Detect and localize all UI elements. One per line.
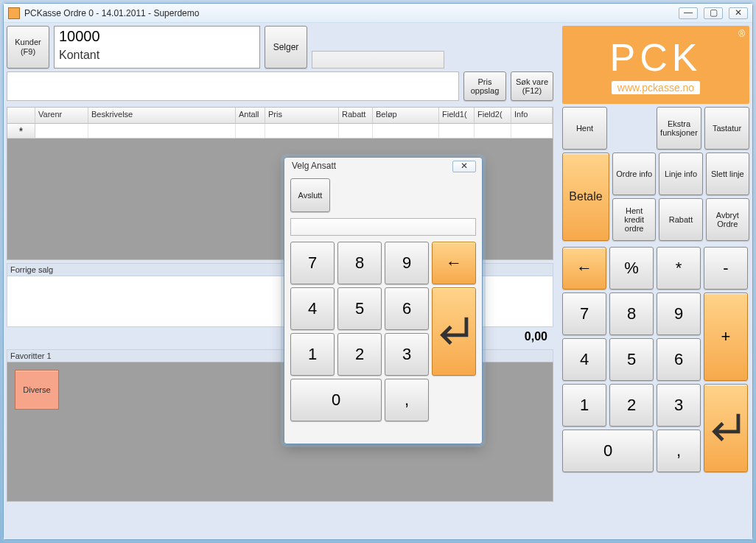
hent-button[interactable]: Hent xyxy=(562,107,607,150)
ansatt-input[interactable] xyxy=(290,218,476,236)
numpad-3[interactable]: 3 xyxy=(657,384,701,427)
maximize-button[interactable]: ▢ xyxy=(704,7,723,19)
kunder-button[interactable]: Kunder (F9) xyxy=(7,26,49,69)
velg-ansatt-dialog: Velg Ansatt ✕ Avslutt 7 8 9 ← 4 5 6 1 2 … xyxy=(284,157,483,444)
close-button[interactable]: ✕ xyxy=(729,7,748,19)
customer-number: 10000 xyxy=(55,27,259,47)
col-varenr[interactable]: Varenr xyxy=(35,108,88,123)
app-icon xyxy=(8,7,20,19)
dpad-7[interactable]: 7 xyxy=(290,242,335,284)
main-numpad: ← % * - 7 8 9 + 4 5 6 1 2 3 0 , xyxy=(562,247,749,472)
col-rowheader xyxy=(7,108,35,123)
dpad-3[interactable]: 3 xyxy=(385,333,429,376)
dialog-title: Velg Ansatt xyxy=(292,161,336,171)
col-pris[interactable]: Pris xyxy=(265,108,339,123)
numpad-multiply[interactable]: * xyxy=(657,247,701,290)
registered-icon: ® xyxy=(738,29,745,39)
dpad-comma[interactable]: , xyxy=(385,379,429,421)
ekstra-funksjoner-button[interactable]: Ekstra funksjoner xyxy=(657,107,701,150)
enter-icon xyxy=(704,407,747,449)
col-rabatt[interactable]: Rabatt xyxy=(339,108,373,123)
dialog-close-button[interactable]: ✕ xyxy=(452,161,476,172)
avbryt-ordre-button[interactable]: Avbryt Ordre xyxy=(706,198,749,241)
arrow-left-icon: ← xyxy=(576,259,592,278)
dpad-enter[interactable] xyxy=(432,287,476,376)
pckasse-logo: ® PCK www.pckasse.no xyxy=(562,26,749,104)
selger-field[interactable] xyxy=(312,51,444,69)
numpad-enter[interactable] xyxy=(704,384,748,472)
grid-header: Varenr Beskrivelse Antall Pris Rabatt Be… xyxy=(7,108,553,124)
dpad-8[interactable]: 8 xyxy=(337,242,382,284)
col-belop[interactable]: Beløp xyxy=(373,108,439,123)
dpad-backspace[interactable]: ← xyxy=(432,242,476,284)
customer-box[interactable]: 10000 Kontant xyxy=(54,26,260,69)
logo-url: www.pckasse.no xyxy=(612,81,700,94)
window-title: PCKasse Ordre 0 - 14.01.2011 - Superdemo xyxy=(24,8,199,18)
row-indicator: * xyxy=(7,124,35,138)
numpad-0[interactable]: 0 xyxy=(562,430,654,472)
dpad-0[interactable]: 0 xyxy=(290,379,382,421)
linje-info-button[interactable]: Linje info xyxy=(659,153,702,195)
numpad-4[interactable]: 4 xyxy=(562,338,606,381)
customer-name: Kontant xyxy=(55,47,259,63)
col-field2[interactable]: Field2( xyxy=(475,108,511,123)
betale-button[interactable]: Betale xyxy=(562,153,609,241)
grid-new-row[interactable]: * xyxy=(7,124,553,139)
enter-icon xyxy=(433,310,475,353)
col-info[interactable]: Info xyxy=(511,108,553,123)
numpad-7[interactable]: 7 xyxy=(562,292,606,335)
logo-text: PCK xyxy=(610,35,702,80)
dpad-4[interactable]: 4 xyxy=(290,287,335,330)
numpad-percent[interactable]: % xyxy=(609,247,654,290)
app-window: PCKasse Ordre 0 - 14.01.2011 - Superdemo… xyxy=(3,3,753,540)
arrow-left-icon: ← xyxy=(446,253,462,273)
avslutt-button[interactable]: Avslutt xyxy=(290,178,330,212)
numpad-5[interactable]: 5 xyxy=(609,338,654,381)
dpad-1[interactable]: 1 xyxy=(290,333,335,376)
minimize-button[interactable]: — xyxy=(679,7,698,19)
numpad-minus[interactable]: - xyxy=(704,247,748,290)
col-antall[interactable]: Antall xyxy=(236,108,265,123)
numpad-backspace[interactable]: ← xyxy=(562,247,606,290)
dpad-6[interactable]: 6 xyxy=(385,287,429,330)
numpad-1[interactable]: 1 xyxy=(562,384,606,427)
favorite-diverse[interactable]: Diverse xyxy=(15,370,59,410)
sok-vare-button[interactable]: Søk vare (F12) xyxy=(511,71,553,101)
numpad-2[interactable]: 2 xyxy=(609,384,654,427)
dpad-5[interactable]: 5 xyxy=(337,287,382,330)
search-input[interactable] xyxy=(7,71,459,101)
numpad-6[interactable]: 6 xyxy=(657,338,701,381)
numpad-plus[interactable]: + xyxy=(704,292,748,381)
col-field1[interactable]: Field1( xyxy=(439,108,475,123)
dpad-9[interactable]: 9 xyxy=(385,242,429,284)
pris-oppslag-button[interactable]: Pris oppslag xyxy=(463,71,506,101)
numpad-9[interactable]: 9 xyxy=(657,292,701,335)
dpad-2[interactable]: 2 xyxy=(337,333,382,376)
numpad-comma[interactable]: , xyxy=(657,430,701,472)
numpad-8[interactable]: 8 xyxy=(609,292,654,335)
rabatt-button[interactable]: Rabatt xyxy=(659,198,702,241)
dialog-numpad: 7 8 9 ← 4 5 6 1 2 3 0 , xyxy=(290,242,476,421)
client-area: Kunder (F9) 10000 Kontant Selger Pris op… xyxy=(4,23,752,539)
slett-linje-button[interactable]: Slett linje xyxy=(706,153,749,195)
tastatur-button[interactable]: Tastatur xyxy=(704,107,749,150)
ordre-info-button[interactable]: Ordre info xyxy=(612,153,656,195)
selger-button[interactable]: Selger xyxy=(265,26,307,69)
col-beskrivelse[interactable]: Beskrivelse xyxy=(88,108,236,123)
titlebar: PCKasse Ordre 0 - 14.01.2011 - Superdemo… xyxy=(4,4,752,23)
hent-kredit-ordre-button[interactable]: Hent kredit ordre xyxy=(612,198,656,241)
